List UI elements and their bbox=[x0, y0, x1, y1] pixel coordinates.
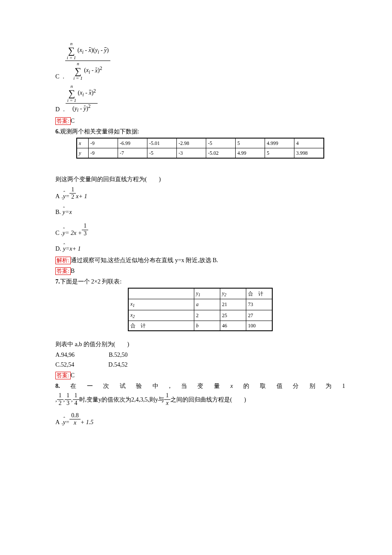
q7-stem2: 则表中 a,b 的值分别为( ) bbox=[55, 340, 345, 349]
q7-option-A: A.94,96 bbox=[55, 350, 75, 359]
q5-option-C: C . n∑i = 1 (xi - x)(yi - y) n∑i = 1 (xi… bbox=[55, 41, 345, 81]
q7-stem: 7.下面是一个 2×2 列联表: bbox=[55, 277, 345, 286]
q7-options-row1: A.94,96 B.52,50 bbox=[55, 350, 345, 359]
q8-option-A: A. y = 0.8x + 1.5 bbox=[55, 412, 345, 427]
q6-answer: 答案:B bbox=[55, 266, 345, 275]
table-row: y -9 -7 -5 -3 -5.02 4.99 5 3.998 bbox=[77, 148, 324, 158]
table-row: x1 a 21 73 bbox=[128, 299, 272, 310]
q7-table: y1 y2 合 计 x1 a 21 73 x2 2 25 27 合 计 b 46… bbox=[128, 288, 273, 331]
answer-value: C bbox=[71, 118, 75, 124]
q6-analysis: 解析:通过观察可知,这些点近似地分布在直线 y=x 附近,故选 B. bbox=[55, 256, 345, 265]
q7-answer: 答案:C bbox=[55, 371, 345, 380]
numerator: n∑i = 1 (xi - x)(yi - y) bbox=[65, 41, 110, 61]
q6-option-C: C. y = 2x + 13 bbox=[55, 223, 345, 237]
q5-answer: 答案:C bbox=[55, 116, 345, 125]
answer-label: 答案: bbox=[55, 117, 71, 125]
q5-option-D: D . n∑i = 1 (xi - x)2 (yi - y)2 bbox=[55, 84, 345, 114]
q6-table: x -9 -6.99 -5.01 -2.98 -5 5 4.999 4 y -9… bbox=[76, 138, 324, 159]
answer-value: C bbox=[71, 372, 75, 379]
answer-label: 答案: bbox=[55, 372, 71, 379]
q7-option-C: C.52,54 bbox=[55, 360, 74, 369]
q6-stem: 6.观测两个相关变量得如下数据: bbox=[55, 127, 345, 136]
denominator: n∑i = 1 (xi - x)2 bbox=[65, 61, 110, 81]
answer-value: B bbox=[71, 268, 75, 274]
answer-label: 答案: bbox=[55, 267, 71, 275]
numerator: n∑i = 1 (xi - x)2 bbox=[66, 84, 98, 104]
table-row: x2 2 25 27 bbox=[128, 310, 272, 321]
table-row: y1 y2 合 计 bbox=[128, 288, 272, 299]
table-row: x -9 -6.99 -5.01 -2.98 -5 5 4.999 4 bbox=[77, 138, 324, 148]
denominator: (yi - y)2 bbox=[66, 104, 98, 113]
q6-stem2: 则这两个变量间的回归直线方程为( ) bbox=[55, 175, 345, 184]
q7-option-D: D.54,52 bbox=[108, 360, 127, 369]
q6-option-A: A. y = 12 x + 1 bbox=[55, 186, 345, 201]
q6-option-D: D. y = x + 1 bbox=[55, 243, 345, 253]
q7-options-row2: C.52,54 D.54,52 bbox=[55, 360, 345, 369]
table-row: 合 计 b 46 100 bbox=[128, 321, 272, 331]
option-letter: C bbox=[55, 72, 59, 81]
q8-stem-line2: , 12 , 13 , 14 时,变量y的值依次为2,4,3,5,则y与 1x … bbox=[55, 392, 345, 407]
option-letter: D bbox=[55, 105, 60, 114]
q7-option-B: B.52,50 bbox=[109, 350, 127, 359]
q6-option-B: B. y = x bbox=[55, 207, 345, 217]
analysis-label: 解析: bbox=[55, 257, 71, 264]
q8-stem-line1: 8. 在一次试验中,当变量x的取值分别为1 bbox=[55, 382, 345, 390]
